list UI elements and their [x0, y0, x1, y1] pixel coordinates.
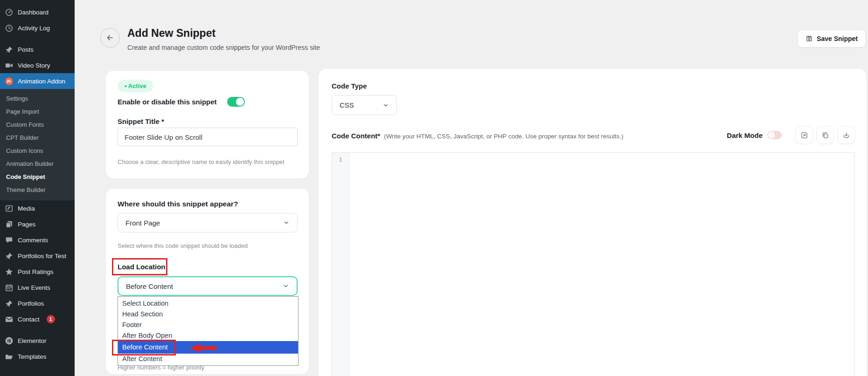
expand-icon [800, 131, 808, 139]
sidebar-item-contact[interactable]: Contact 1 [0, 311, 75, 327]
copy-icon [821, 131, 829, 139]
load-location-label: Load Location [118, 263, 166, 271]
floppy-disk-icon [806, 35, 813, 42]
pages-icon [5, 220, 14, 229]
back-arrow-icon [105, 33, 115, 42]
sidebar-menu: Dashboard Activity Log Posts Video Story… [0, 4, 75, 376]
code-content-label: Code Content* [332, 132, 380, 140]
code-editor: 1 [332, 152, 855, 376]
sidebar-item-label: Animation Addon [18, 78, 65, 85]
comment-icon [5, 236, 14, 245]
main-content: Add New Snippet Create and manage custom… [75, 0, 868, 376]
code-content-hint: (Write your HTML, CSS, JavaScript, or PH… [384, 133, 623, 140]
sidebar-item-elementor[interactable]: Elementor [0, 333, 75, 349]
submenu-item-settings[interactable]: Settings [0, 92, 75, 105]
download-icon [842, 131, 850, 139]
back-button[interactable] [100, 28, 120, 48]
sidebar-item-dashboard[interactable]: Dashboard [0, 4, 75, 20]
brush-icon [5, 374, 14, 376]
appear-label: Where should this snippet appear? [118, 200, 238, 208]
copy-code-button[interactable] [816, 126, 834, 144]
submenu-item-cpt-builder[interactable]: CPT Builder [0, 131, 75, 144]
code-editor-card: Code Type CSS Code Content* (Write your … [319, 69, 867, 376]
code-type-select[interactable]: CSS [332, 95, 397, 115]
sidebar-item-post-ratings[interactable]: Post Ratings [0, 264, 75, 280]
appear-select[interactable]: Front Page [118, 213, 298, 232]
submenu-item-page-import[interactable]: Page Import [0, 105, 75, 118]
envelope-icon [5, 315, 14, 324]
sidebar-item-label: Portfolios [18, 300, 44, 307]
save-snippet-button[interactable]: Save Snippet [798, 30, 866, 48]
option-after-body-open[interactable]: After Body Open [118, 330, 298, 341]
submenu-item-code-snippet[interactable]: Code Snippet [0, 171, 75, 184]
sidebar-item-label: Post Ratings [18, 268, 54, 275]
snippet-settings-card: • Active Enable or disable this snippet … [106, 71, 309, 178]
submenu-item-custom-fonts[interactable]: Custom Fonts [0, 118, 75, 131]
option-select-location[interactable]: Select Location [118, 298, 298, 309]
sidebar-item-label: Dashboard [18, 9, 49, 16]
folder-icon [5, 352, 14, 361]
sidebar-item-templates[interactable]: Templates [0, 349, 75, 364]
unread-count-badge: 1 [47, 315, 55, 323]
sidebar-item-live-events[interactable]: Live Events [0, 280, 75, 295]
dark-mode-toggle[interactable] [767, 131, 782, 139]
toggle-knob [236, 98, 244, 106]
sidebar-item-activity-log[interactable]: Activity Log [0, 20, 75, 36]
expand-editor-button[interactable] [795, 126, 813, 144]
submenu-item-animation-builder[interactable]: Animation Builder [0, 157, 75, 171]
save-snippet-label: Save Snippet [817, 35, 858, 42]
appear-select-value: Front Page [125, 219, 160, 227]
video-icon [5, 61, 14, 70]
star-icon [5, 267, 14, 276]
sidebar-item-label: Video Story [18, 62, 50, 69]
pin-icon [5, 299, 14, 308]
dark-mode-label: Dark Mode [727, 131, 763, 139]
sidebar-item-label: Contact [18, 316, 40, 323]
sidebar-item-label: Media [18, 205, 35, 212]
option-footer[interactable]: Footer [118, 320, 298, 330]
code-input-area[interactable] [349, 153, 854, 376]
sidebar-item-portfolios-for-test[interactable]: Portfolios for Test [0, 248, 75, 264]
sidebar-item-video-story[interactable]: Video Story [0, 57, 75, 73]
page-title: Add New Snippet [127, 27, 215, 40]
sidebar-item-label: Pages [18, 221, 35, 228]
sidebar-item-animation-addon[interactable]: Animation Addon [0, 73, 75, 89]
animation-addon-logo-icon [5, 77, 14, 86]
calendar-icon [5, 283, 14, 292]
media-icon [5, 204, 14, 213]
option-after-content[interactable]: After Content [118, 354, 298, 364]
chevron-down-icon [283, 219, 290, 226]
sidebar-item-portfolios[interactable]: Portfolios [0, 295, 75, 311]
animation-addon-submenu: SettingsPage ImportCustom FontsCPT Build… [0, 89, 75, 200]
chevron-down-icon [382, 102, 389, 109]
elementor-icon [5, 336, 14, 345]
option-head-section[interactable]: Head Section [118, 309, 298, 320]
admin-sidebar: Dashboard Activity Log Posts Video Story… [0, 0, 75, 376]
sidebar-item-label: Comments [18, 237, 48, 244]
clock-icon [5, 24, 14, 33]
sidebar-item-comments[interactable]: Comments [0, 232, 75, 248]
status-badge: • Active [118, 80, 153, 92]
sidebar-item-label: Activity Log [18, 25, 50, 32]
sidebar-item-label: Posts [18, 46, 34, 53]
sidebar-item-label: Live Events [18, 284, 50, 291]
pin-icon [5, 45, 14, 54]
sidebar-item-item[interactable] [0, 370, 75, 376]
download-code-button[interactable] [837, 126, 855, 144]
editor-line-numbers: 1 [332, 153, 349, 376]
sidebar-item-label: Portfolios for Test [18, 253, 66, 260]
code-type-label: Code Type [332, 82, 367, 90]
load-location-select[interactable]: Before Content [118, 276, 298, 296]
load-location-options-list: Select LocationHead SectionFooterAfter B… [118, 296, 299, 366]
option-before-content[interactable]: Before Content [118, 341, 298, 354]
snippet-title-input[interactable] [118, 128, 298, 146]
submenu-item-theme-builder[interactable]: Theme Builder [0, 184, 75, 197]
load-location-select-value: Before Content [126, 282, 173, 290]
appear-help: Select where this code snippet should be… [118, 242, 248, 249]
sidebar-item-posts[interactable]: Posts [0, 41, 75, 57]
enable-snippet-toggle[interactable] [227, 97, 245, 107]
submenu-item-custom-icons[interactable]: Custom Icons [0, 144, 75, 157]
sidebar-item-pages[interactable]: Pages [0, 216, 75, 232]
sidebar-item-label: Elementor [18, 337, 47, 344]
sidebar-item-media[interactable]: Media [0, 200, 75, 216]
